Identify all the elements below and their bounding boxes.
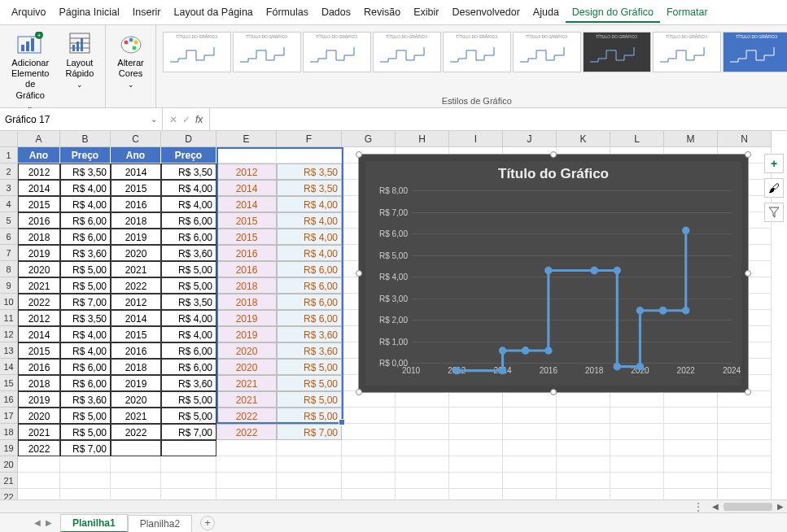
col-header[interactable]: G bbox=[342, 131, 396, 147]
row-header[interactable]: 19 bbox=[0, 440, 18, 456]
cell[interactable]: R$ 7,00 bbox=[60, 294, 111, 310]
cell[interactable]: R$ 3,60 bbox=[161, 375, 216, 391]
row-header[interactable]: 6 bbox=[0, 229, 18, 245]
table-header[interactable]: Preço bbox=[60, 147, 111, 164]
sheet-tab-planilha1[interactable]: Planilha1 bbox=[60, 514, 128, 533]
sheet-tab-planilha2[interactable]: Planilha2 bbox=[128, 515, 192, 532]
cell[interactable]: 2018 bbox=[111, 212, 161, 229]
cell[interactable] bbox=[161, 440, 216, 456]
cell[interactable]: R$ 6,00 bbox=[277, 261, 342, 277]
cell[interactable]: 2015 bbox=[18, 196, 60, 212]
cell[interactable]: 2014 bbox=[18, 326, 60, 342]
cell[interactable]: R$ 6,00 bbox=[161, 229, 216, 245]
scroll-right-button[interactable]: ▶ bbox=[774, 502, 787, 511]
cell[interactable]: R$ 3,50 bbox=[277, 164, 342, 180]
cell[interactable]: R$ 4,00 bbox=[60, 326, 111, 342]
cell[interactable]: 2014 bbox=[111, 310, 161, 326]
chart-styles-button[interactable]: 🖌 bbox=[764, 178, 784, 198]
cell[interactable]: R$ 4,00 bbox=[277, 229, 342, 245]
cell[interactable]: 2016 bbox=[216, 261, 277, 277]
accept-formula-icon[interactable]: ✓ bbox=[182, 114, 190, 125]
chart-title[interactable]: Título do Gráfico bbox=[365, 161, 741, 185]
cell[interactable]: 2022 bbox=[18, 294, 60, 310]
col-header[interactable]: B bbox=[60, 131, 111, 147]
cell[interactable]: 2021 bbox=[216, 391, 277, 408]
cell[interactable]: 2014 bbox=[216, 196, 277, 212]
cell[interactable]: R$ 6,00 bbox=[277, 294, 342, 310]
row-header[interactable]: 17 bbox=[0, 408, 18, 424]
row-header[interactable]: 1 bbox=[0, 147, 18, 164]
cell[interactable]: 2016 bbox=[111, 342, 161, 359]
horizontal-scrollbar[interactable]: ⋮ ◀ ▶ bbox=[0, 499, 787, 512]
cell[interactable]: R$ 4,00 bbox=[277, 196, 342, 212]
quick-layout-button[interactable]: Layout Rápido ⌄ bbox=[60, 28, 98, 94]
chart-style-3[interactable]: TÍTULO DO GRÁFICO bbox=[303, 32, 371, 72]
resize-handle[interactable] bbox=[745, 389, 751, 395]
change-colors-button[interactable]: Alterar Cores ⌄ bbox=[112, 28, 148, 94]
table-header[interactable]: Ano bbox=[111, 147, 161, 164]
cell[interactable]: 2019 bbox=[18, 245, 60, 261]
cell[interactable]: R$ 5,00 bbox=[277, 359, 342, 375]
cell[interactable]: R$ 5,00 bbox=[161, 408, 216, 424]
cell[interactable]: 2019 bbox=[111, 229, 161, 245]
scrollbar-options-icon[interactable]: ⋮ bbox=[689, 500, 709, 513]
chart-style-7[interactable]: TÍTULO DO GRÁFICO bbox=[583, 32, 651, 72]
cell[interactable]: 2014 bbox=[18, 180, 60, 196]
menu-formulas[interactable]: Fórmulas bbox=[260, 3, 315, 23]
cell[interactable]: R$ 7,00 bbox=[161, 424, 216, 440]
table-header[interactable]: Ano bbox=[18, 147, 60, 164]
sheet-nav-prev[interactable]: ◀ bbox=[33, 518, 42, 527]
row-header[interactable]: 20 bbox=[0, 456, 18, 473]
cell[interactable]: 2019 bbox=[216, 326, 277, 342]
cell[interactable]: R$ 5,00 bbox=[277, 375, 342, 391]
chart-style-5[interactable]: TÍTULO DO GRÁFICO bbox=[443, 32, 511, 72]
cell[interactable]: 2015 bbox=[111, 326, 161, 342]
cell[interactable]: R$ 6,00 bbox=[161, 359, 216, 375]
cell[interactable]: 2020 bbox=[216, 359, 277, 375]
row-header[interactable]: 9 bbox=[0, 277, 18, 294]
menu-inserir[interactable]: Inserir bbox=[126, 3, 168, 23]
cell[interactable]: R$ 6,00 bbox=[60, 212, 111, 229]
col-header[interactable]: J bbox=[503, 131, 557, 147]
chart-elements-button[interactable]: + bbox=[764, 154, 784, 173]
cell[interactable]: 2016 bbox=[18, 212, 60, 229]
menu-design-grafico[interactable]: Design do Gráfico bbox=[566, 3, 660, 23]
row-header[interactable]: 3 bbox=[0, 180, 18, 196]
row-header[interactable]: 21 bbox=[0, 473, 18, 489]
cell[interactable]: 2022 bbox=[111, 277, 161, 294]
cell[interactable]: R$ 5,00 bbox=[60, 424, 111, 440]
cell[interactable]: R$ 7,00 bbox=[277, 424, 342, 440]
menu-dados[interactable]: Dados bbox=[315, 3, 357, 23]
cell[interactable]: R$ 5,00 bbox=[161, 277, 216, 294]
chart-style-9[interactable]: TÍTULO DO GRÁFICO bbox=[723, 32, 787, 72]
cell[interactable]: R$ 3,50 bbox=[277, 180, 342, 196]
row-header[interactable]: 16 bbox=[0, 391, 18, 408]
menu-layout-pagina[interactable]: Layout da Página bbox=[167, 3, 259, 23]
cell[interactable]: 2018 bbox=[111, 359, 161, 375]
cell[interactable]: 2012 bbox=[216, 164, 277, 180]
cell[interactable]: 2021 bbox=[111, 408, 161, 424]
cell[interactable]: R$ 4,00 bbox=[60, 196, 111, 212]
col-header[interactable]: C bbox=[111, 131, 161, 147]
cell[interactable]: 2019 bbox=[216, 310, 277, 326]
cell[interactable]: R$ 6,00 bbox=[161, 342, 216, 359]
row-header[interactable]: 14 bbox=[0, 359, 18, 375]
row-header[interactable]: 15 bbox=[0, 375, 18, 391]
cell[interactable]: R$ 3,50 bbox=[60, 310, 111, 326]
cell[interactable]: 2018 bbox=[216, 277, 277, 294]
cell[interactable]: R$ 3,60 bbox=[277, 342, 342, 359]
cell[interactable]: R$ 5,00 bbox=[161, 391, 216, 408]
chart-filters-button[interactable] bbox=[764, 203, 784, 222]
col-header[interactable]: F bbox=[277, 131, 342, 147]
cell[interactable]: R$ 6,00 bbox=[277, 277, 342, 294]
cell[interactable]: 2015 bbox=[216, 229, 277, 245]
col-header[interactable]: I bbox=[449, 131, 503, 147]
select-all-corner[interactable] bbox=[0, 131, 18, 147]
cell[interactable]: R$ 3,50 bbox=[60, 164, 111, 180]
cell[interactable]: 2012 bbox=[18, 310, 60, 326]
cancel-formula-icon[interactable]: ✕ bbox=[169, 114, 177, 125]
row-header[interactable]: 2 bbox=[0, 164, 18, 180]
resize-handle[interactable] bbox=[745, 270, 751, 277]
row-header[interactable]: 13 bbox=[0, 342, 18, 359]
cell[interactable]: 2021 bbox=[18, 277, 60, 294]
